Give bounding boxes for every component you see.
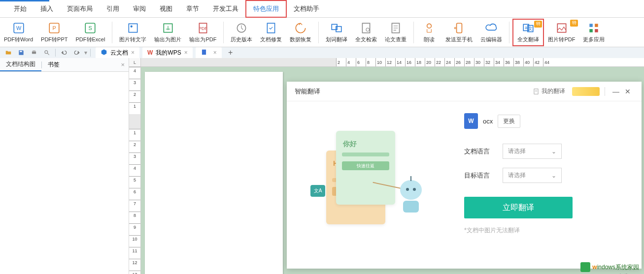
chevron-down-icon: ⌄ xyxy=(551,172,556,179)
ribbon-label: 历史版本 xyxy=(231,36,252,43)
menu-页面布局[interactable]: 页面布局 xyxy=(60,0,100,18)
read-aloud-icon xyxy=(422,21,436,35)
svg-point-16 xyxy=(366,28,370,31)
svg-point-18 xyxy=(427,24,432,28)
ribbon-pdf-to-excel[interactable]: SPDF转Excel xyxy=(72,19,109,46)
ruler-corner: L xyxy=(129,58,141,67)
vip-badge[interactable] xyxy=(572,87,600,96)
ribbon-paper-check[interactable]: 论文查重 xyxy=(381,19,410,46)
filename-label: ocx xyxy=(483,118,493,125)
menu-审阅[interactable]: 审阅 xyxy=(126,0,153,18)
ribbon-label: 朗读 xyxy=(424,36,435,43)
tab-close-icon[interactable]: × xyxy=(131,49,135,56)
ribbon-label: 全文检索 xyxy=(355,36,377,43)
target-lang-label: 目标语言 xyxy=(464,171,494,180)
tab-label: 我的WPS xyxy=(156,49,181,57)
redo-icon[interactable] xyxy=(72,48,81,57)
svg-rect-34 xyxy=(202,49,206,55)
tab-icon xyxy=(101,49,107,57)
ribbon-doc-repair[interactable]: 文档修复 xyxy=(256,19,286,46)
ribbon-export-image[interactable]: 输出为图片 xyxy=(150,19,185,46)
sidetab-bookmark[interactable]: 书签 xyxy=(42,59,66,71)
svg-rect-28 xyxy=(595,29,599,32)
add-tab-button[interactable]: + xyxy=(226,48,236,58)
svg-text:a: a xyxy=(525,25,528,30)
ribbon-label: 输出为图片 xyxy=(154,36,181,43)
vertical-ruler: 4321 12345678910111213 xyxy=(129,67,141,274)
save-icon[interactable] xyxy=(17,48,26,57)
close-icon[interactable]: ✕ xyxy=(622,86,634,97)
doc-tab-my-wps[interactable]: W我的WPS× xyxy=(142,47,193,58)
menu-开发工具[interactable]: 开发工具 xyxy=(206,0,245,18)
ribbon-export-pdf[interactable]: PDF输出为PDF xyxy=(185,19,220,46)
pic-to-text-icon xyxy=(126,21,140,35)
data-recover-icon xyxy=(294,21,307,35)
ribbon-cloud-editor[interactable]: 云编辑器 xyxy=(476,19,506,46)
my-translations-link[interactable]: 我的翻译 xyxy=(533,87,565,95)
ribbon-data-recover[interactable]: 数据恢复 xyxy=(286,19,315,46)
doc-icon xyxy=(533,88,540,95)
translate-submit-button[interactable]: 立即翻译 xyxy=(464,197,573,218)
minimize-icon[interactable]: — xyxy=(610,86,622,97)
tab-close-icon[interactable]: × xyxy=(213,49,217,56)
ribbon-label: 图片转PDF xyxy=(548,36,575,43)
svg-rect-6 xyxy=(129,24,137,32)
svg-rect-30 xyxy=(32,52,36,54)
ribbon-fulltext-search[interactable]: 全文检索 xyxy=(351,19,381,46)
svg-rect-19 xyxy=(456,23,462,33)
img-to-pdf-icon xyxy=(555,21,569,35)
ribbon-word-translate[interactable]: 划词翻译 xyxy=(322,19,351,46)
svg-rect-27 xyxy=(590,29,593,32)
dialog-note: *文档中图片无法翻译 xyxy=(464,226,622,235)
folder-icon[interactable] xyxy=(4,48,13,57)
fulltext-search-icon xyxy=(359,21,373,35)
svg-rect-26 xyxy=(595,24,599,27)
menu-文档助手[interactable]: 文档助手 xyxy=(287,0,326,18)
horizontal-ruler: 2468101214161820222426283032343638404244 xyxy=(141,58,644,67)
svg-rect-31 xyxy=(33,50,35,52)
doc-lang-select[interactable]: 请选择 ⌄ xyxy=(503,144,562,159)
premium-badge-icon: 特 xyxy=(570,20,578,27)
ribbon-img-to-pdf[interactable]: 图片转PDF特 xyxy=(544,19,579,46)
tab-icon xyxy=(201,49,207,57)
tab-close-icon[interactable]: × xyxy=(184,49,188,56)
ribbon-full-translate[interactable]: a文全文翻译特 xyxy=(512,19,544,46)
dialog-title: 智能翻译 xyxy=(295,87,320,96)
preview-icon[interactable] xyxy=(42,48,51,57)
ribbon-read-aloud[interactable]: 朗读 xyxy=(417,19,441,46)
export-pdf-icon: PDF xyxy=(196,21,210,35)
more-apps-icon xyxy=(587,21,601,35)
doc-tab-cloud-doc[interactable]: 云文档× xyxy=(96,47,139,58)
menu-插入[interactable]: 插入 xyxy=(34,0,60,18)
ribbon-history[interactable]: 历史版本 xyxy=(227,19,256,46)
word-file-icon: W xyxy=(464,113,478,129)
ribbon-pdf-to-ppt[interactable]: PPDF转PPT xyxy=(37,19,71,46)
word-translate-icon xyxy=(330,21,343,35)
ribbon-label: 划词翻译 xyxy=(326,36,347,43)
svg-text:P: P xyxy=(53,25,56,31)
change-file-button[interactable]: 更换 xyxy=(498,115,520,128)
svg-rect-25 xyxy=(590,24,593,27)
sidetab-outline[interactable]: 文档结构图 xyxy=(0,58,41,71)
ribbon-label: PDF转PPT xyxy=(41,36,68,43)
undo-icon[interactable] xyxy=(60,48,68,57)
menu-视图[interactable]: 视图 xyxy=(153,0,179,18)
menu-开始[interactable]: 开始 xyxy=(7,0,34,18)
target-lang-select[interactable]: 请选择 ⌄ xyxy=(503,168,562,183)
print-icon[interactable] xyxy=(30,48,38,57)
sidepanel-close-icon[interactable]: × xyxy=(121,61,125,68)
doc-lang-label: 文档语言 xyxy=(464,147,494,156)
ribbon-label: 全文翻译 xyxy=(517,36,539,43)
cloud-editor-icon xyxy=(484,21,498,35)
menu-特色应用[interactable]: 特色应用 xyxy=(245,0,287,18)
doc-tab-doc3[interactable]: × xyxy=(196,47,222,58)
document-page xyxy=(145,72,283,274)
menu-引用[interactable]: 引用 xyxy=(100,0,126,18)
ribbon-pdf-to-word[interactable]: WPDF转Word xyxy=(0,19,37,46)
ribbon-more-apps[interactable]: 更多应用 xyxy=(579,19,609,46)
menu-章节[interactable]: 章节 xyxy=(179,0,206,18)
ribbon-send-phone[interactable]: 发送至手机 xyxy=(441,19,476,46)
tab-label: 云文档 xyxy=(110,49,128,57)
ribbon-pic-to-text[interactable]: 图片转文字 xyxy=(115,19,150,46)
dialog-illustration: Hello 保留样式 你好 快速往返 文A xyxy=(287,101,464,269)
